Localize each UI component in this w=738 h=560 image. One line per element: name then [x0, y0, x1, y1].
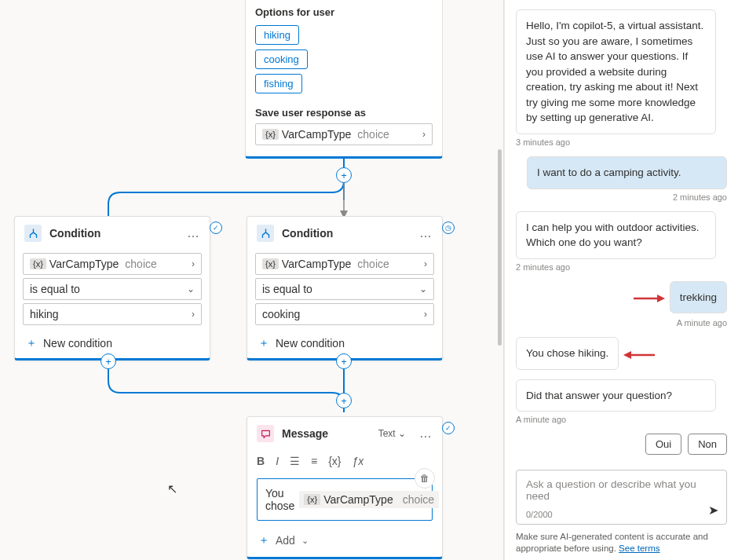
- message-body-input[interactable]: 🗑 You chose {x} VarCampType choice: [257, 478, 433, 521]
- timestamp: A minute ago: [516, 318, 727, 328]
- variable-icon: {x}: [304, 494, 320, 505]
- user-message: trekking: [670, 281, 727, 314]
- option-chip[interactable]: hiking: [255, 25, 299, 45]
- annotation-arrow-icon: [632, 292, 665, 305]
- ai-disclaimer: Make sure AI-generated content is accura…: [505, 531, 738, 560]
- add-node-button[interactable]: [336, 393, 352, 408]
- status-check-icon: ✓: [210, 221, 222, 234]
- user-message: I want to do a camping activity.: [527, 156, 727, 189]
- bullet-list-button[interactable]: ☰: [290, 455, 300, 467]
- condition-node-2[interactable]: ◷ Condition … {x} VarCampType choice › i…: [247, 216, 443, 361]
- variable-field[interactable]: {x} VarCampType choice ›: [255, 253, 434, 275]
- cursor-icon: ↖: [167, 481, 177, 496]
- status-check-icon: ✓: [442, 422, 455, 434]
- test-chat-panel: Hello, I'm copilot-5, a virtual assistan…: [504, 0, 738, 560]
- scrollbar[interactable]: [498, 149, 502, 346]
- variable-icon: {x}: [262, 258, 279, 269]
- bot-message: You chose hiking.: [516, 337, 619, 370]
- svg-marker-2: [657, 295, 665, 302]
- authoring-canvas[interactable]: Options for user hiking cooking fishing …: [0, 0, 504, 560]
- value-field[interactable]: cooking ›: [255, 303, 434, 325]
- add-node-button[interactable]: [336, 353, 352, 369]
- char-count: 0/2000: [526, 510, 717, 519]
- variable-field[interactable]: {x} VarCampType choice ›: [255, 123, 433, 145]
- rich-text-toolbar: B I ☰ ≡ {x} ƒx: [247, 450, 442, 472]
- variable-icon: {x}: [30, 258, 46, 269]
- status-clock-icon: ◷: [442, 221, 455, 234]
- chat-input-placeholder: Ask a question or describe what you need: [526, 478, 717, 505]
- chevron-right-icon: ›: [192, 258, 195, 269]
- option-chip[interactable]: fishing: [255, 74, 302, 93]
- numbered-list-button[interactable]: ≡: [311, 455, 317, 467]
- chevron-right-icon: ›: [424, 258, 427, 269]
- terms-link[interactable]: See terms: [619, 544, 659, 553]
- add-condition-button[interactable]: ＋ New condition: [15, 328, 210, 358]
- node-menu-button[interactable]: …: [418, 427, 433, 440]
- delete-icon[interactable]: 🗑: [415, 468, 435, 489]
- quick-reply-yes[interactable]: Oui: [645, 434, 681, 455]
- add-node-button[interactable]: [336, 167, 352, 183]
- add-node-button[interactable]: [100, 353, 116, 369]
- timestamp: 3 minutes ago: [516, 137, 727, 147]
- value-field[interactable]: hiking ›: [23, 303, 202, 325]
- save-response-label: Save user response as: [255, 107, 433, 119]
- branch-icon: [24, 225, 42, 242]
- plus-icon: ＋: [26, 336, 37, 350]
- bot-message: Did that answer your question?: [516, 379, 716, 412]
- italic-button[interactable]: I: [276, 455, 279, 467]
- bot-message: Hello, I'm copilot-5, a virtual assistan…: [516, 9, 716, 134]
- condition-node-1[interactable]: ✓ Condition … {x} VarCampType choice › i…: [14, 216, 210, 361]
- variable-button[interactable]: {x}: [328, 455, 341, 467]
- chevron-down-icon: ⌄: [301, 536, 309, 546]
- node-menu-button[interactable]: …: [186, 227, 200, 240]
- quick-replies: Oui Non: [516, 434, 727, 455]
- plus-icon: ＋: [258, 336, 269, 350]
- timestamp: A minute ago: [516, 415, 727, 424]
- chat-input[interactable]: Ask a question or describe what you need…: [516, 470, 727, 525]
- formula-button[interactable]: ƒx: [353, 455, 364, 467]
- options-node: Options for user hiking cooking fishing …: [245, 0, 443, 159]
- operator-field[interactable]: is equal to ⌄: [23, 278, 202, 300]
- message-icon: [257, 425, 274, 442]
- plus-icon: ＋: [258, 533, 269, 547]
- svg-marker-4: [623, 351, 631, 359]
- chevron-right-icon: ›: [192, 309, 195, 320]
- branch-icon: [257, 225, 274, 242]
- message-type-label[interactable]: Text ⌄: [378, 428, 406, 439]
- operator-field[interactable]: is equal to ⌄: [255, 278, 434, 300]
- bot-message: I can help you with outdoor activities. …: [516, 211, 716, 259]
- send-icon[interactable]: ➤: [708, 503, 718, 518]
- message-node[interactable]: ✓ Message Text ⌄ … B I ☰ ≡ {x} ƒx 🗑 You …: [247, 416, 443, 559]
- chevron-right-icon: ›: [424, 309, 427, 320]
- timestamp: 2 minutes ago: [516, 262, 727, 272]
- variable-icon: {x}: [262, 129, 279, 140]
- chevron-down-icon: ⌄: [419, 284, 427, 295]
- option-chip[interactable]: cooking: [255, 49, 308, 69]
- node-menu-button[interactable]: …: [418, 227, 433, 240]
- options-title: Options for user: [255, 6, 433, 18]
- add-message-button[interactable]: ＋ Add ⌄: [247, 527, 442, 557]
- chevron-right-icon: ›: [422, 129, 426, 140]
- variable-field[interactable]: {x} VarCampType choice ›: [23, 253, 202, 275]
- bold-button[interactable]: B: [257, 455, 265, 467]
- quick-reply-no[interactable]: Non: [688, 434, 727, 455]
- timestamp: 2 minutes ago: [516, 192, 727, 202]
- annotation-arrow-icon: [623, 349, 656, 361]
- chevron-down-icon: ⌄: [187, 284, 195, 295]
